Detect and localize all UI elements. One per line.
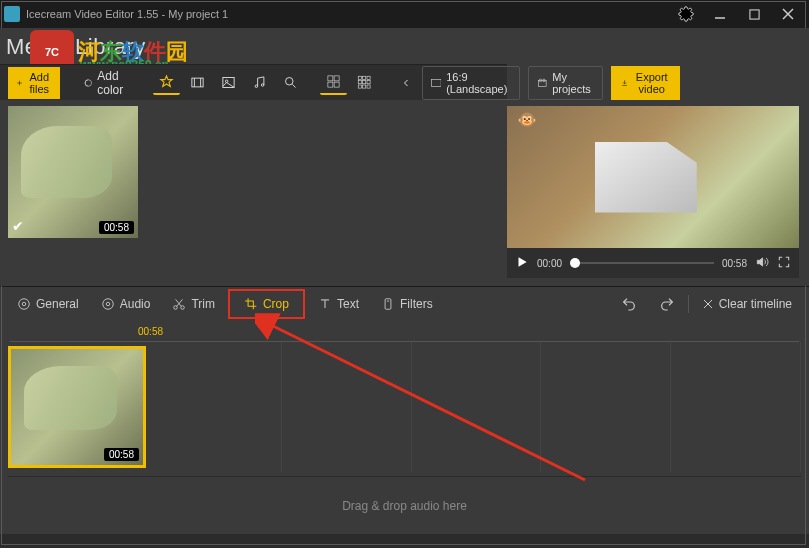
export-video-button[interactable]: Export video [611, 66, 680, 100]
tab-general[interactable]: General [8, 292, 88, 316]
time-ruler[interactable]: 00:58 [0, 320, 809, 342]
filter-video-button[interactable] [184, 71, 211, 94]
svg-rect-24 [358, 81, 361, 84]
monkey-emoji-icon: 🐵 [517, 110, 537, 129]
svg-point-15 [285, 78, 293, 86]
clear-timeline-button[interactable]: Clear timeline [693, 292, 801, 316]
chevron-left-button[interactable] [394, 73, 418, 93]
titlebar: Icecream Video Editor 1.55 - My project … [0, 0, 809, 28]
current-time: 00:00 [537, 258, 562, 269]
tab-audio[interactable]: Audio [92, 292, 160, 316]
redo-button[interactable] [650, 291, 684, 317]
svg-rect-23 [367, 76, 370, 79]
svg-point-37 [22, 302, 26, 306]
volume-button[interactable] [755, 255, 769, 271]
undo-button[interactable] [612, 291, 646, 317]
window-title: Icecream Video Editor 1.55 - My project … [26, 8, 228, 20]
svg-rect-27 [358, 85, 361, 88]
tab-crop[interactable]: Crop [228, 289, 305, 319]
svg-point-38 [19, 298, 30, 309]
close-button[interactable] [771, 0, 805, 28]
preview-controls: 00:00 00:58 [507, 248, 799, 278]
tab-trim[interactable]: Trim [163, 292, 224, 316]
svg-line-16 [292, 84, 295, 87]
aspect-ratio-button[interactable]: 16:9 (Landscape) [422, 66, 520, 100]
filter-favorites-button[interactable] [153, 70, 180, 95]
clip-duration-badge: 00:58 [104, 448, 139, 461]
filter-audio-button[interactable] [246, 71, 273, 94]
main-toolbar: Add files Add color [0, 64, 507, 100]
svg-point-14 [261, 84, 264, 87]
svg-rect-29 [367, 85, 370, 88]
svg-point-13 [255, 85, 258, 88]
svg-line-43 [177, 299, 183, 306]
view-small-button[interactable] [351, 71, 378, 94]
svg-rect-19 [327, 82, 332, 87]
tab-text[interactable]: Text [309, 292, 368, 316]
svg-point-40 [102, 298, 113, 309]
maximize-button[interactable] [737, 0, 771, 28]
audio-drop-hint: Drag & drop audio here [342, 499, 467, 513]
filter-image-button[interactable] [215, 71, 242, 94]
minimize-button[interactable] [703, 0, 737, 28]
preview-pane: 🐵 00:00 00:58 [507, 106, 799, 278]
play-button[interactable] [515, 255, 529, 271]
tab-filters[interactable]: Filters [372, 292, 442, 316]
svg-rect-18 [334, 76, 339, 81]
svg-marker-36 [757, 258, 762, 266]
total-time: 00:58 [722, 258, 747, 269]
duration-badge: 00:58 [99, 221, 134, 234]
video-track[interactable]: 00:58 [0, 342, 809, 472]
svg-rect-8 [191, 78, 202, 87]
fullscreen-button[interactable] [777, 255, 791, 271]
thumbnail-image [8, 106, 138, 238]
svg-rect-47 [385, 298, 391, 309]
my-projects-button[interactable]: My projects [528, 66, 604, 100]
svg-rect-17 [327, 76, 332, 81]
view-large-button[interactable] [320, 70, 347, 95]
timeline-grid [152, 342, 801, 472]
svg-marker-35 [519, 257, 527, 266]
svg-rect-20 [334, 82, 339, 87]
progress-slider[interactable] [570, 262, 714, 264]
media-thumbnail[interactable]: ✔ 00:58 [8, 106, 138, 238]
timeline-area: 00:58 00:58 Drag & drop audio here [0, 320, 809, 534]
edit-tabs-bar: General Audio Trim Crop Text Filters Cle… [0, 286, 809, 320]
svg-rect-30 [431, 79, 441, 86]
svg-rect-22 [362, 76, 365, 79]
ruler-time-label: 00:58 [138, 326, 163, 337]
svg-rect-25 [362, 81, 365, 84]
timeline-clip[interactable]: 00:58 [8, 346, 146, 468]
svg-point-39 [106, 302, 110, 306]
preview-video[interactable]: 🐵 [507, 106, 799, 248]
svg-line-44 [176, 299, 182, 306]
svg-rect-21 [358, 76, 361, 79]
svg-rect-2 [749, 9, 758, 18]
app-icon [4, 6, 20, 22]
audio-track[interactable]: Drag & drop audio here [8, 476, 801, 534]
search-button[interactable] [277, 71, 304, 94]
add-files-button[interactable]: Add files [8, 67, 60, 99]
svg-rect-28 [362, 85, 365, 88]
media-library-pane: Media Library 7C 河东软件园 www.pc0359.cn Add… [0, 28, 507, 286]
svg-rect-26 [367, 81, 370, 84]
check-icon: ✔ [12, 218, 24, 234]
settings-button[interactable] [669, 0, 703, 28]
add-color-button[interactable]: Add color [76, 65, 137, 101]
